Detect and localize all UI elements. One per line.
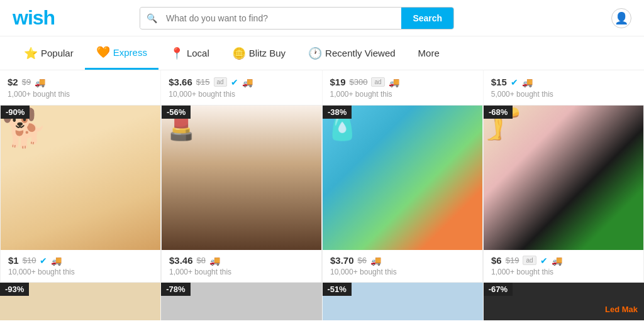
express-icon: 🧡 [96, 45, 110, 59]
bottom-discount-1: -93% [0, 283, 29, 296]
bought-text: 1,000+ bought this [169, 268, 231, 276]
blitz-buy-icon: 🪙 [232, 46, 246, 60]
nav-item-express[interactable]: 🧡 Express [85, 36, 158, 70]
discount-badge-2: -56% [162, 106, 191, 119]
price-original: $8 [197, 256, 206, 265]
bought-text: 5,000+ bought this [491, 90, 636, 99]
price-original: $300 [350, 77, 368, 87]
top-card-4[interactable]: $15 ✔ 🚚 5,000+ bought this [484, 70, 644, 105]
shipping-icon: 🚚 [522, 77, 533, 87]
price-row-4: $15 ✔ 🚚 [491, 77, 636, 87]
price-row: $3.70 $6 🚚 [330, 255, 475, 266]
search-icon: 🔍 [140, 8, 164, 28]
top-row: $2 $9 🚚 1,000+ bought this $3.66 $15 ad … [0, 70, 644, 105]
price-row-2: $3.66 $15 ad ✔ 🚚 [169, 77, 314, 87]
top-card-1[interactable]: $2 $9 🚚 1,000+ bought this [0, 70, 160, 105]
bought-text: 10,000+ bought this [330, 268, 397, 276]
main-nav: ⭐ Popular 🧡 Express 📍 Local 🪙 Blitz Buy … [0, 36, 644, 70]
product-card-2[interactable]: -56% 💄 $3.46 $8 🚚 1,000+ bought this [161, 105, 322, 283]
product-image-4: -68% 🦵 [484, 106, 643, 250]
product-grid: -90% 🐕 $1 $10 ✔ 🚚 10,000+ bought this -5… [0, 105, 644, 283]
logo-text: wish [13, 6, 55, 29]
product-card-4[interactable]: -68% 🦵 $6 $19 ad ✔ 🚚 1,000+ bought this [483, 105, 644, 283]
top-card-3[interactable]: $19 $300 ad 🚚 1,000+ bought this [323, 70, 483, 105]
recently-viewed-icon: 🕐 [308, 46, 322, 60]
ad-badge: ad [214, 77, 227, 87]
price-row: $6 $19 ad ✔ 🚚 [491, 255, 636, 266]
bottom-card-2[interactable]: -78% [161, 283, 321, 320]
nav-label-local: Local [187, 48, 209, 58]
discount-badge-1: -90% [1, 106, 30, 119]
price-current: $19 [330, 77, 346, 87]
nav-item-more[interactable]: More [407, 39, 451, 67]
popular-icon: ⭐ [24, 46, 38, 60]
price-row-3: $19 $300 ad 🚚 [330, 77, 475, 87]
discount-badge-3: -38% [323, 106, 352, 119]
bottom-card-4[interactable]: -67% Led Mak [484, 283, 644, 320]
price-original: $10 [23, 256, 36, 265]
bottom-card-3[interactable]: -51% [323, 283, 483, 320]
bottom-card-1[interactable]: -93% [0, 283, 160, 320]
shipping-icon: 🚚 [209, 256, 220, 266]
price-original: $15 [196, 77, 210, 87]
nav-label-popular: Popular [41, 48, 74, 58]
bought-text: 1,000+ bought this [330, 90, 475, 99]
bottom-card-label-4: Led Mak [605, 305, 638, 314]
verified-icon: ✔ [231, 77, 238, 87]
product-image-2: -56% 💄 [162, 106, 321, 250]
product-card-1[interactable]: -90% 🐕 $1 $10 ✔ 🚚 10,000+ bought this [0, 105, 161, 283]
price-original: $9 [22, 77, 31, 87]
ad-badge: ad [523, 256, 536, 265]
price-row: $3.46 $8 🚚 [169, 255, 314, 266]
price-current: $6 [491, 255, 502, 266]
bought-text: 10,000+ bought this [8, 268, 75, 276]
search-button[interactable]: Search [401, 8, 453, 29]
card-info-2: $3.46 $8 🚚 1,000+ bought this [162, 250, 321, 282]
shipping-icon: 🚚 [35, 77, 45, 87]
shipping-icon: 🚚 [51, 256, 62, 266]
price-row-1: $2 $9 🚚 [8, 77, 153, 87]
shipping-icon: 🚚 [552, 256, 562, 266]
product-image-1: -90% 🐕 [1, 106, 160, 250]
bottom-discount-4: -67% [484, 283, 513, 296]
price-current: $3.70 [330, 255, 354, 266]
shipping-icon: 🚚 [389, 77, 399, 87]
price-row: $1 $10 ✔ 🚚 [8, 255, 153, 266]
top-card-2[interactable]: $3.66 $15 ad ✔ 🚚 10,000+ bought this [161, 70, 321, 105]
bought-text: 1,000+ bought this [8, 90, 153, 99]
header: wish 🔍 Search 👤 [0, 0, 644, 36]
search-input[interactable] [164, 8, 401, 28]
product-image-3: -38% 🧴 [323, 106, 482, 250]
nav-item-popular[interactable]: ⭐ Popular [13, 38, 85, 69]
price-current: $3.46 [169, 255, 193, 266]
nav-label-recently-viewed: Recently Viewed [325, 48, 395, 58]
price-current: $2 [8, 77, 18, 87]
nav-label-more: More [418, 48, 440, 58]
product-card-3[interactable]: -38% 🧴 $3.70 $6 🚚 10,000+ bought this [322, 105, 483, 283]
verified-icon: ✔ [540, 256, 548, 266]
ad-badge: ad [371, 77, 384, 87]
price-original: $6 [358, 256, 367, 265]
bought-text: 10,000+ bought this [169, 90, 314, 99]
logo: wish [13, 6, 55, 30]
nav-item-recently-viewed[interactable]: 🕐 Recently Viewed [297, 38, 406, 69]
user-avatar-icon[interactable]: 👤 [611, 8, 631, 28]
price-current: $15 [491, 77, 507, 87]
card-info-4: $6 $19 ad ✔ 🚚 1,000+ bought this [484, 250, 643, 282]
local-icon: 📍 [170, 46, 184, 60]
card-info-1: $1 $10 ✔ 🚚 10,000+ bought this [1, 250, 160, 282]
bought-text: 1,000+ bought this [491, 268, 553, 276]
verified-icon: ✔ [511, 77, 518, 87]
price-original: $19 [506, 256, 519, 265]
nav-label-blitz-buy: Blitz Buy [249, 48, 286, 58]
nav-label-express: Express [113, 47, 147, 58]
search-container: 🔍 Search [140, 7, 454, 30]
price-current: $3.66 [169, 77, 192, 87]
verified-icon: ✔ [40, 256, 47, 266]
price-current: $1 [8, 255, 19, 266]
bottom-discount-2: -78% [161, 283, 190, 296]
nav-item-local[interactable]: 📍 Local [158, 38, 221, 69]
shipping-icon: 🚚 [242, 77, 253, 87]
card-info-3: $3.70 $6 🚚 10,000+ bought this [323, 250, 482, 282]
nav-item-blitz-buy[interactable]: 🪙 Blitz Buy [221, 38, 297, 69]
